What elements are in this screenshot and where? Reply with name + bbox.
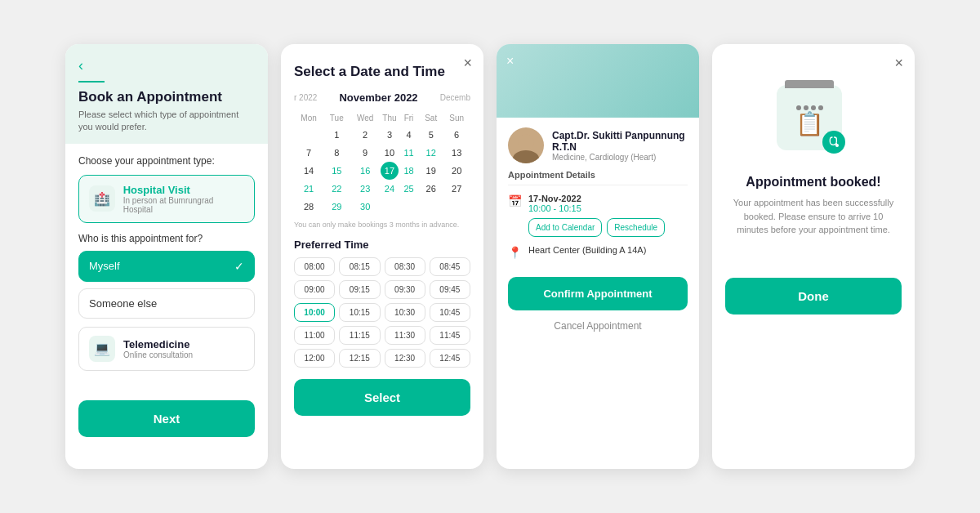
prev-month[interactable]: r 2022 <box>294 93 317 102</box>
time-slot-0800[interactable]: 08:00 <box>294 257 335 276</box>
cal-day[interactable]: 20 <box>443 162 470 180</box>
time-slot-1000[interactable]: 10:00 <box>294 303 335 322</box>
time-slot-1200[interactable]: 12:00 <box>294 349 335 368</box>
select-button[interactable]: Select <box>294 379 470 416</box>
cal-day[interactable]: 30 <box>350 198 381 216</box>
current-month: November 2022 <box>339 91 417 104</box>
cal-day[interactable]: 26 <box>419 180 443 198</box>
reschedule-button[interactable]: Reschedule <box>607 218 665 237</box>
cal-day[interactable]: 10 <box>381 144 399 162</box>
pref-time-label: Preferred Time <box>294 239 470 251</box>
screen1-title: Book an Appointment <box>78 89 255 105</box>
time-slot-0915[interactable]: 09:15 <box>339 280 380 299</box>
doctor-info: Capt.Dr. Sukitti Panpunnung R.T.N Medici… <box>552 130 688 162</box>
doctor-avatar <box>508 127 544 163</box>
cal-day[interactable]: 16 <box>350 162 381 180</box>
cal-day[interactable] <box>294 126 323 144</box>
cal-day[interactable]: 5 <box>419 126 443 144</box>
cal-day[interactable]: 14 <box>294 162 323 180</box>
add-to-calendar-button[interactable]: Add to Calendar <box>528 218 602 237</box>
next-month[interactable]: Decemb <box>440 93 470 102</box>
time-slot-1030[interactable]: 10:30 <box>385 303 425 322</box>
screen3-footer: Confirm Appointment Cancel Appointment <box>497 267 699 346</box>
doctor-name: Capt.Dr. Sukitti Panpunnung R.T.N <box>552 130 688 153</box>
time-slot-1115[interactable]: 11:15 <box>339 326 380 345</box>
cal-day[interactable] <box>419 198 443 216</box>
time-slot-1230[interactable]: 12:30 <box>385 349 425 368</box>
cal-day[interactable]: 19 <box>419 162 443 180</box>
screen1-subtitle: Please select which type of appointment … <box>78 109 255 134</box>
booking-note: You can only make bookings 3 months in a… <box>294 221 470 229</box>
doctor-row: Capt.Dr. Sukitti Panpunnung R.T.N Medici… <box>497 118 699 170</box>
time-slot-1045[interactable]: 10:45 <box>430 303 470 322</box>
cal-header-mon: Mon <box>294 110 323 126</box>
hospital-option-title: Hospital Visit <box>123 184 244 196</box>
done-button[interactable]: Done <box>725 278 902 314</box>
cal-day[interactable]: 18 <box>399 162 419 180</box>
cal-day[interactable]: 11 <box>399 144 419 162</box>
time-slot-1100[interactable]: 11:00 <box>294 326 335 345</box>
time-slot-1015[interactable]: 10:15 <box>339 303 380 322</box>
cal-day[interactable]: 29 <box>323 198 350 216</box>
cal-day[interactable]: 12 <box>419 144 443 162</box>
someone-else-option[interactable]: Someone else <box>78 288 255 319</box>
cal-header-thu: Thu <box>381 110 399 126</box>
next-button[interactable]: Next <box>78 400 255 437</box>
cal-day[interactable]: 15 <box>323 162 350 180</box>
time-slot-0930[interactable]: 09:30 <box>385 280 425 299</box>
back-underline <box>78 81 105 83</box>
cal-day[interactable]: 13 <box>443 144 470 162</box>
time-slot-0815[interactable]: 08:15 <box>339 257 380 276</box>
doctor-specialty: Medicine, Cardiology (Heart) <box>552 153 688 162</box>
cal-day[interactable]: 3 <box>381 126 399 144</box>
time-slot-0830[interactable]: 08:30 <box>385 257 425 276</box>
cal-day[interactable]: 2 <box>350 126 381 144</box>
cal-day[interactable]: 6 <box>443 126 470 144</box>
cal-day[interactable] <box>443 198 470 216</box>
calendar-action-btns: Add to Calendar Reschedule <box>528 218 665 237</box>
telemedicine-option[interactable]: 💻 Telemedicine Online consultation <box>78 327 255 371</box>
close-button-screen4[interactable]: × <box>894 56 903 70</box>
cal-day[interactable]: 22 <box>323 180 350 198</box>
time-slot-1215[interactable]: 12:15 <box>339 349 380 368</box>
screen-appointment-booked: × 📋 <box>712 44 915 469</box>
cal-day[interactable]: 1 <box>323 126 350 144</box>
time-slot-0845[interactable]: 08:45 <box>430 257 470 276</box>
appointment-date: 17-Nov-2022 <box>528 194 665 203</box>
time-slot-0945[interactable]: 09:45 <box>430 280 470 299</box>
cal-day[interactable]: 17 <box>381 162 399 180</box>
cal-day[interactable]: 8 <box>323 144 350 162</box>
booked-illustration: 📋 <box>777 85 850 158</box>
time-slot-1245[interactable]: 12:45 <box>430 349 470 368</box>
cal-day[interactable]: 21 <box>294 180 323 198</box>
close-button-screen3[interactable]: × <box>506 54 514 69</box>
confirm-button[interactable]: Confirm Appointment <box>508 277 688 310</box>
calendar-icon: 📅 <box>508 194 522 207</box>
cal-day[interactable]: 7 <box>294 144 323 162</box>
time-slot-1130[interactable]: 11:30 <box>385 326 425 345</box>
cal-day[interactable]: 4 <box>399 126 419 144</box>
cancel-button[interactable]: Cancel Appointment <box>508 317 688 335</box>
cal-day[interactable]: 9 <box>350 144 381 162</box>
telemedicine-icon: 💻 <box>89 336 115 362</box>
myself-option[interactable]: Myself ✓ <box>78 251 255 282</box>
close-button-screen2[interactable]: × <box>463 56 472 70</box>
cal-day[interactable]: 24 <box>381 180 399 198</box>
screen-select-date: × Select a Date and Time r 2022 November… <box>281 44 483 469</box>
cal-day[interactable]: 25 <box>399 180 419 198</box>
time-slot-0900[interactable]: 09:00 <box>294 280 335 299</box>
cal-day[interactable] <box>399 198 419 216</box>
location-icon: 📍 <box>508 246 522 259</box>
checkmark-icon: ✓ <box>234 260 244 273</box>
telemedicine-option-text: Telemedicine Online consultation <box>123 338 193 359</box>
telemedicine-option-sub: Online consultation <box>123 350 193 359</box>
cal-day[interactable]: 27 <box>443 180 470 198</box>
telemedicine-option-title: Telemedicine <box>123 338 193 350</box>
who-label: Who is this appointment for? <box>78 233 255 244</box>
cal-day[interactable]: 28 <box>294 198 323 216</box>
back-button[interactable]: ‹ <box>78 57 83 74</box>
cal-day[interactable]: 23 <box>350 180 381 198</box>
hospital-visit-option[interactable]: 🏥 Hospital Visit In person at Bumrungrad… <box>78 175 255 223</box>
cal-day[interactable] <box>381 198 399 216</box>
time-slot-1145[interactable]: 11:45 <box>430 326 470 345</box>
